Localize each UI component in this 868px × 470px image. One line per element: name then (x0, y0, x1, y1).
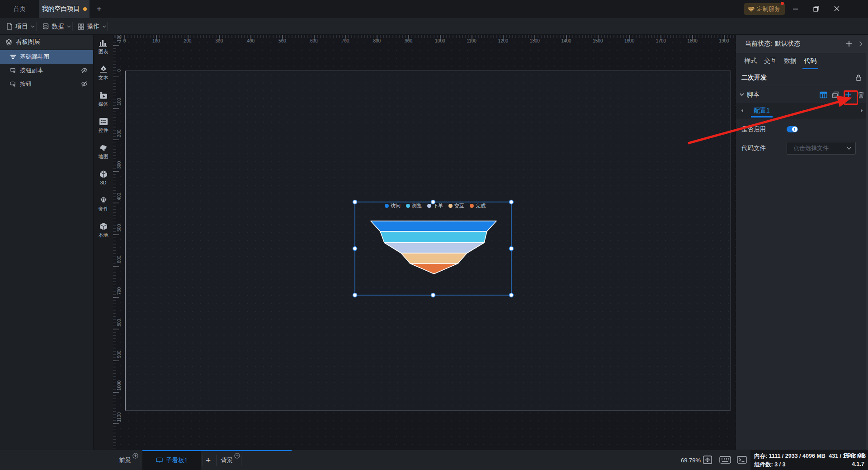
funnel-band-访问[interactable] (371, 221, 496, 231)
scroll-right-icon[interactable] (860, 108, 863, 113)
enable-label: 是否启用 (741, 125, 766, 133)
document-icon (6, 23, 13, 30)
layer-item-button[interactable]: 按钮 (0, 77, 93, 91)
trash-icon[interactable] (858, 91, 864, 99)
legend-item-交互[interactable]: 交互 (448, 202, 464, 209)
selection-handle[interactable] (353, 200, 357, 204)
toolbox-charts[interactable]: 图表 (94, 39, 113, 60)
tab-style[interactable]: 样式 (744, 53, 757, 69)
toolbox-label: 套件 (99, 206, 108, 212)
legend-item-浏览[interactable]: 浏览 (406, 202, 422, 209)
menu-ops[interactable]: 操作 (78, 18, 106, 35)
tab-code[interactable]: 代码 (804, 53, 816, 69)
funnel-chart[interactable] (113, 35, 736, 450)
secondary-dev-section[interactable]: 二次开发 (736, 69, 868, 86)
annotation-highlight-box (844, 90, 858, 105)
toolbox-label: 文本 (99, 75, 108, 81)
fps-value: 65 (858, 452, 864, 459)
selection-handle[interactable] (431, 293, 435, 297)
toolbox-controls[interactable]: 控件 (94, 118, 113, 138)
layer-item-button-copy[interactable]: 按钮副本 (0, 64, 93, 77)
tab-interaction[interactable]: 交互 (764, 53, 777, 69)
tab-home[interactable]: 首页 (0, 0, 39, 18)
custom-service-label: 定制服务 (757, 5, 780, 13)
subboard-tab[interactable]: 子看板1 (142, 450, 201, 470)
funnel-band-下单[interactable] (384, 243, 484, 253)
script-windows-icon[interactable] (832, 91, 840, 99)
layer-item-funnel[interactable]: 基础漏斗图 (0, 50, 93, 64)
toolbox-text[interactable]: 文本 (94, 65, 113, 86)
tab-data[interactable]: 数据 (784, 53, 797, 69)
button-layer-icon (10, 68, 16, 74)
funnel-band-交互[interactable] (401, 253, 467, 263)
legend-dot-icon (406, 204, 410, 208)
toolbox-label: 媒体 (99, 101, 108, 108)
kit-diamond-icon (99, 196, 108, 204)
funnel-band-浏览[interactable] (380, 231, 487, 243)
layer-item-label: 基础漏斗图 (20, 53, 49, 61)
menu-project-label: 项目 (15, 23, 28, 31)
panel-scrollbar[interactable] (866, 35, 868, 450)
toolbox-kit[interactable]: 套件 (94, 196, 113, 217)
script-table-icon[interactable] (820, 91, 827, 99)
chevron-down-icon (31, 25, 35, 28)
titlebar: 首页 我的空白项目 + 定制服务 (0, 0, 868, 18)
scroll-left-icon[interactable] (741, 108, 744, 113)
zoom-level[interactable]: 69.79% (681, 450, 701, 470)
funnel-band-完成[interactable] (410, 263, 458, 274)
custom-service-button[interactable]: 定制服务 (744, 3, 785, 15)
add-subboard-button[interactable]: + (206, 450, 211, 470)
close-button[interactable] (829, 0, 844, 17)
maximize-button[interactable] (808, 0, 824, 17)
minimize-button[interactable] (788, 0, 803, 17)
background-add-icon[interactable] (234, 453, 240, 459)
legend-label: 完成 (476, 202, 486, 209)
menu-data-label: 数据 (52, 23, 64, 31)
version: 4.1.7 (852, 461, 864, 467)
selection-handle[interactable] (509, 247, 514, 251)
tab-project[interactable]: 我的空白项目 (39, 0, 90, 18)
foreground-add-icon[interactable] (132, 453, 138, 459)
chevron-down-icon (847, 147, 851, 150)
add-state-icon[interactable] (845, 40, 853, 47)
toolbox-local[interactable]: 本地 (94, 222, 113, 243)
design-canvas[interactable]: 0100200300400500600700800900100011001200… (113, 35, 736, 450)
media-camera-icon (99, 91, 108, 99)
toolbox-label: 本地 (99, 232, 108, 239)
config-tabbar: 配置1 (736, 103, 868, 118)
new-tab-button[interactable]: + (93, 4, 105, 14)
selection-handle[interactable] (509, 293, 514, 297)
legend-dot-icon (427, 204, 431, 208)
visibility-toggle[interactable] (81, 67, 88, 73)
menu-project[interactable]: 项目 (6, 18, 35, 35)
selection-handle[interactable] (353, 293, 357, 297)
menu-data[interactable]: 数据 (42, 18, 71, 35)
shortcut-keys-button[interactable] (719, 456, 731, 464)
toolbox-label: 图表 (99, 48, 108, 55)
visibility-toggle[interactable] (81, 81, 88, 87)
selection-handle[interactable] (509, 200, 514, 204)
background-button[interactable]: 背景 (221, 450, 233, 470)
selection-handle[interactable] (353, 247, 357, 251)
console-button[interactable] (737, 456, 747, 464)
foreground-button[interactable]: 前景 (119, 450, 131, 470)
toolbox-3d[interactable]: 3D (94, 170, 113, 191)
toolbox-map[interactable]: 地图 (94, 144, 113, 164)
fit-screen-button[interactable] (703, 456, 712, 464)
fps-label: FPS: (844, 452, 856, 459)
components-value: 3 / 3 (774, 461, 785, 468)
toolbox-media[interactable]: 媒体 (94, 91, 113, 112)
layers-icon (5, 39, 12, 46)
code-file-select[interactable]: 点击选择文件 (787, 142, 856, 155)
enable-toggle[interactable] (787, 126, 798, 132)
menu-separator (72, 22, 73, 31)
bottombar-separator (216, 455, 217, 466)
legend-item-访问[interactable]: 访问 (385, 202, 401, 209)
config-tab-1[interactable]: 配置1 (751, 103, 773, 118)
toolbox-label: 控件 (99, 127, 108, 134)
tab-label: 数据 (784, 57, 797, 65)
legend-item-完成[interactable]: 完成 (470, 202, 486, 209)
chevron-right-icon[interactable] (859, 41, 863, 47)
legend-item-下单[interactable]: 下单 (427, 202, 443, 209)
funnel-legend[interactable]: 访问浏览下单交互完成 (385, 202, 486, 209)
